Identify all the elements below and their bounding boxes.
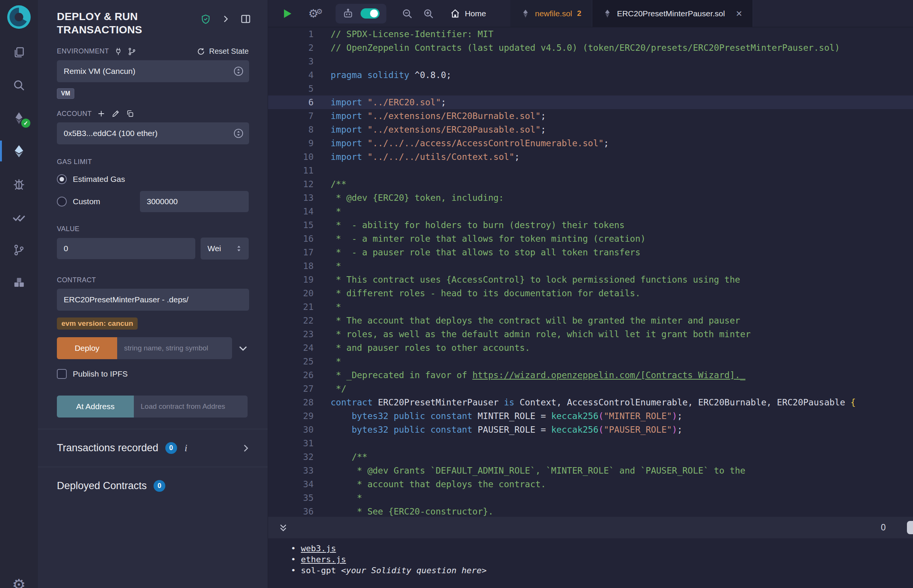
sidebar-item-git[interactable] <box>0 233 38 267</box>
sidebar-item-unit-testing[interactable] <box>0 200 38 233</box>
code-line[interactable]: 7import "../extensions/ERC20Burnable.sol… <box>268 109 913 123</box>
zoom-out-icon[interactable] <box>401 8 413 19</box>
code-line[interactable]: 19 * This contract uses {AccessControl} … <box>268 273 913 286</box>
line-number[interactable]: 2 <box>268 41 314 55</box>
line-number[interactable]: 19 <box>268 273 314 286</box>
pin-panel-icon[interactable] <box>240 14 251 24</box>
line-number[interactable]: 5 <box>268 82 314 95</box>
contract-select[interactable]: ERC20PresetMinterPauser - .deps/ <box>57 289 249 311</box>
code-line[interactable]: 17 * - a pauser role that allows to stop… <box>268 246 913 259</box>
line-number[interactable]: 10 <box>268 150 314 164</box>
line-number[interactable]: 9 <box>268 136 314 150</box>
custom-gas-radio[interactable] <box>57 197 67 207</box>
compile-run-gears-icon[interactable]: ⚙⚙ <box>308 8 323 19</box>
line-number[interactable]: 36 <box>268 505 314 517</box>
code-line[interactable]: 15 * - ability for holders to burn (dest… <box>268 218 913 232</box>
code-line[interactable]: 6import "../ERC20.sol"; <box>268 95 913 109</box>
code-line[interactable]: 28contract ERC20PresetMinterPauser is Co… <box>268 396 913 409</box>
sidebar-item-plugin-manager[interactable] <box>0 267 38 299</box>
code-line[interactable]: 25 * <box>268 355 913 368</box>
terminal-link[interactable]: web3.js <box>301 544 336 553</box>
custom-gas-input[interactable] <box>140 191 249 212</box>
line-number[interactable]: 6 <box>268 95 314 109</box>
custom-gas-label[interactable]: Custom <box>73 197 100 206</box>
line-number[interactable]: 35 <box>268 491 314 505</box>
tab-erc20-preset-minter-pauser[interactable]: ERC20PresetMinterPauser.sol × <box>592 0 753 27</box>
at-address-input[interactable] <box>134 396 248 417</box>
code-line[interactable]: 30 bytes32 public constant PAUSER_ROLE =… <box>268 423 913 436</box>
publish-ipfs-label[interactable]: Publish to IPFS <box>73 369 128 378</box>
line-number[interactable]: 25 <box>268 355 314 368</box>
info-icon[interactable]: i <box>185 443 187 454</box>
line-number[interactable]: 3 <box>268 55 314 68</box>
terminal-panel[interactable]: • web3.js• ethers.js• sol-gpt <your Soli… <box>268 538 913 588</box>
code-line[interactable]: 3 <box>268 55 913 68</box>
remix-logo-icon[interactable] <box>6 5 31 29</box>
code-line[interactable]: 33 * @dev Grants `DEFAULT_ADMIN_ROLE`, `… <box>268 464 913 477</box>
robot-icon[interactable] <box>342 8 354 19</box>
line-number[interactable]: 11 <box>268 164 314 177</box>
sidebar-item-file-explorer[interactable] <box>0 36 38 69</box>
collapse-chevron-icon[interactable] <box>221 14 230 24</box>
code-line[interactable]: 31 <box>268 436 913 450</box>
ai-copilot-toggle[interactable] <box>361 8 380 19</box>
line-number[interactable]: 15 <box>268 218 314 232</box>
line-number[interactable]: 32 <box>268 450 314 464</box>
line-number[interactable]: 20 <box>268 286 314 300</box>
code-line[interactable]: 34 * account that deploys the contract. <box>268 477 913 491</box>
terminal-search-partial[interactable] <box>907 521 913 534</box>
code-line[interactable]: 13 * @dev {ERC20} token, including: <box>268 191 913 205</box>
code-line[interactable]: 32 /** <box>268 450 913 464</box>
line-number[interactable]: 33 <box>268 464 314 477</box>
line-number[interactable]: 26 <box>268 368 314 382</box>
value-unit-select[interactable]: Wei <box>201 237 249 260</box>
code-line[interactable]: 16 * - a minter role that allows for tok… <box>268 232 913 246</box>
expand-transactions-icon[interactable] <box>240 443 251 454</box>
estimated-gas-label[interactable]: Estimated Gas <box>73 174 125 184</box>
line-number[interactable]: 1 <box>268 27 314 41</box>
code-line[interactable]: 36 * See {ERC20-constructor}. <box>268 505 913 517</box>
line-number[interactable]: 27 <box>268 382 314 396</box>
code-line[interactable]: 35 * <box>268 491 913 505</box>
code-line[interactable]: 14 * <box>268 205 913 218</box>
line-number[interactable]: 24 <box>268 341 314 355</box>
home-tab[interactable]: Home <box>450 8 486 19</box>
code-line[interactable]: 9import "../../../access/AccessControlEn… <box>268 136 913 150</box>
constructor-args-input[interactable] <box>117 337 232 359</box>
code-line[interactable]: 18 * <box>268 259 913 273</box>
estimated-gas-radio[interactable] <box>57 174 67 184</box>
line-number[interactable]: 12 <box>268 177 314 191</box>
fork-environment-icon[interactable] <box>128 47 136 56</box>
code-line[interactable]: 23 * roles, as well as the default admin… <box>268 327 913 341</box>
expand-terminal-icon[interactable] <box>278 522 288 533</box>
line-number[interactable]: 14 <box>268 205 314 218</box>
settings-gear-icon[interactable]: ⚙ <box>0 576 38 588</box>
code-line[interactable]: 27 */ <box>268 382 913 396</box>
add-account-icon[interactable] <box>97 110 105 118</box>
line-number[interactable]: 7 <box>268 109 314 123</box>
plug-icon[interactable] <box>114 47 123 56</box>
line-number[interactable]: 13 <box>268 191 314 205</box>
sidebar-item-debugger[interactable] <box>0 168 38 200</box>
line-number[interactable]: 21 <box>268 300 314 314</box>
line-number[interactable]: 31 <box>268 436 314 450</box>
reset-state-button[interactable]: Reset State <box>197 47 249 56</box>
code-editor[interactable]: 1// SPDX-License-Identifier: MIT2// Open… <box>268 27 913 517</box>
code-line[interactable]: 24 * and pauser roles to other accounts. <box>268 341 913 355</box>
zoom-in-icon[interactable] <box>423 8 434 19</box>
sidebar-item-solidity-compiler[interactable]: ✓ <box>0 102 38 134</box>
code-line[interactable]: 22 * The account that deploys the contra… <box>268 314 913 327</box>
close-tab-icon[interactable]: × <box>736 8 742 19</box>
code-line[interactable]: 2// OpenZeppelin Contracts (last updated… <box>268 41 913 55</box>
shield-icon[interactable] <box>201 14 211 24</box>
code-line[interactable]: 5 <box>268 82 913 95</box>
line-number[interactable]: 4 <box>268 68 314 82</box>
tab-newfile[interactable]: newfile.sol 2 <box>510 0 592 27</box>
edit-account-icon[interactable] <box>112 110 120 118</box>
code-line[interactable]: 26 * _Deprecated in favor of https://wiz… <box>268 368 913 382</box>
code-line[interactable]: 10import "../../../utils/Context.sol"; <box>268 150 913 164</box>
line-number[interactable]: 29 <box>268 409 314 423</box>
line-number[interactable]: 30 <box>268 423 314 436</box>
line-number[interactable]: 28 <box>268 396 314 409</box>
environment-select[interactable]: Remix VM (Cancun) <box>57 60 249 82</box>
